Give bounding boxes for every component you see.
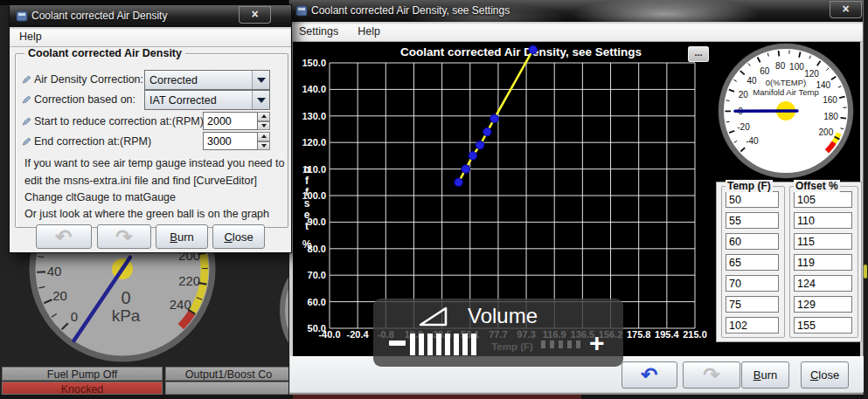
close-window-button[interactable]: × [830,1,862,18]
curve-point[interactable] [490,114,499,123]
indicator-output1-label: Output1/Boost Co [185,368,272,381]
indicator-fuel-pump-label: Fuel Pump Off [47,368,117,381]
undo-icon: ↶ [55,227,72,247]
start-reduce-rpm-input[interactable] [203,112,258,130]
background-yellow-speck [864,265,867,279]
close-button-label: Close [224,230,253,244]
curve-point[interactable] [529,45,538,54]
offset-column-group: Offset % [789,186,858,338]
combo-dropdown-button[interactable] [252,91,269,109]
curve-point[interactable] [483,127,492,136]
menu-settings[interactable]: Settings [299,25,338,38]
chevron-down-icon [257,98,266,103]
edit-icon [21,136,31,147]
redo-icon: ↷ [115,227,132,247]
close-icon: × [251,7,258,21]
start-reduce-rpm-label: Start to reduce correction at:(RPM) [34,115,204,127]
volume-segment [436,334,441,355]
volume-segment [462,334,468,355]
temp-cell-input[interactable] [726,233,779,250]
close-button[interactable]: Close [212,224,265,249]
volume-segment [471,334,476,355]
temp-column-group: Temp (F) [721,186,785,338]
spinner-down-button[interactable] [258,121,270,131]
offset-cell-input[interactable] [794,212,852,229]
help-note-line: Or just look at where the green ball is … [24,208,269,220]
temp-cell-input[interactable] [726,191,779,208]
graph-options-button[interactable]: ... [688,46,709,62]
settings-group: Coolant corrected Air Density Air Densit… [15,53,288,228]
volume-segment [419,334,424,355]
curve-point[interactable] [455,178,463,187]
close-window-button[interactable]: × [239,6,271,24]
gauge-tick-label: 20 [739,90,749,100]
offset-cell-input[interactable] [794,233,852,250]
offset-column-header: Offset % [794,180,840,192]
help-note-line: If you want to see air temp gauge instea… [24,157,284,169]
offset-cell-input[interactable] [794,191,852,208]
correction-based-on-label: Correction based on: [34,93,135,106]
background-right-edge [864,0,868,399]
background-red-strip [293,395,581,399]
volume-segment-dim [550,341,554,348]
offset-cell-input[interactable] [794,254,852,271]
redo-button[interactable]: ↷ [97,224,151,249]
curve-point[interactable] [469,152,477,161]
gauge-tick-label: 40 [746,76,757,86]
y-axis-label: offset% [300,164,314,251]
menu-help-left[interactable]: Help [19,31,42,43]
curve-window-titlebar[interactable]: Coolant corrected Air Density, see Setti… [289,0,863,22]
temp-cell-input[interactable] [726,212,779,229]
spinner-down-button[interactable] [258,141,270,151]
arrow-up-icon [261,134,267,138]
gauge-unit: kPa [112,306,141,325]
background-gauge-sliver [262,244,292,375]
volume-segment-dim [541,341,545,348]
settings-dialog-titlebar[interactable]: Coolant corrected Air Density × [10,5,291,27]
volume-down-icon[interactable] [389,341,406,346]
offset-cell-input[interactable] [794,275,852,292]
end-correction-rpm-input[interactable] [203,132,258,150]
gauge-tick-label: 0 [71,309,78,324]
curve-point[interactable] [476,141,484,149]
close-button[interactable]: Close [801,361,849,389]
undo-icon: ↶ [641,365,657,385]
indicator-output1: Output1/Boost Co [165,367,292,381]
help-note-line: edit the msns-extra.ini file and find [C… [24,175,257,187]
volume-segment-dim [559,341,563,348]
volume-osd-title: Volume [468,304,538,328]
volume-segment [427,334,433,355]
gauge-tick-label: 160 [823,95,837,105]
indicator-blank [165,382,292,395]
start-reduce-rpm-spinner[interactable] [203,112,270,130]
correction-based-on-select[interactable]: IAT Corrected [144,90,270,110]
temp-cell-input[interactable] [726,275,779,292]
combo-dropdown-button[interactable] [252,71,269,89]
temp-cell-input[interactable] [726,317,779,334]
volume-up-icon[interactable]: + [589,330,605,356]
end-correction-rpm-spinner[interactable] [203,132,270,150]
spinner-up-button[interactable] [258,132,270,141]
window-title: Coolant corrected Air Density [31,10,167,22]
spinner-up-button[interactable] [258,112,270,121]
offset-cell-input[interactable] [794,317,852,334]
undo-button[interactable]: ↶ [36,224,92,249]
air-density-correction-label: Air Density Correction: [34,73,143,86]
indicator-knocked-label: Knocked [61,383,104,395]
offset-cell-input[interactable] [794,296,852,313]
temp-cell-input[interactable] [726,296,779,313]
curve-point[interactable] [462,165,470,174]
undo-button[interactable]: ↶ [621,361,677,389]
air-density-correction-select[interactable]: Corrected [144,70,270,90]
volume-segment [454,334,459,355]
indicator-knocked: Knocked [2,382,163,395]
burn-button[interactable]: Burn [156,224,208,249]
redo-button[interactable]: ↷ [683,361,740,389]
temp-cell-input[interactable] [726,254,779,271]
menu-help-right[interactable]: Help [358,25,380,38]
curve-plot[interactable] [330,63,695,328]
y-axis-letter: t [305,221,309,232]
close-button-label: Close [810,368,839,382]
burn-button[interactable]: Burn [741,361,789,389]
window-icon [295,4,308,17]
